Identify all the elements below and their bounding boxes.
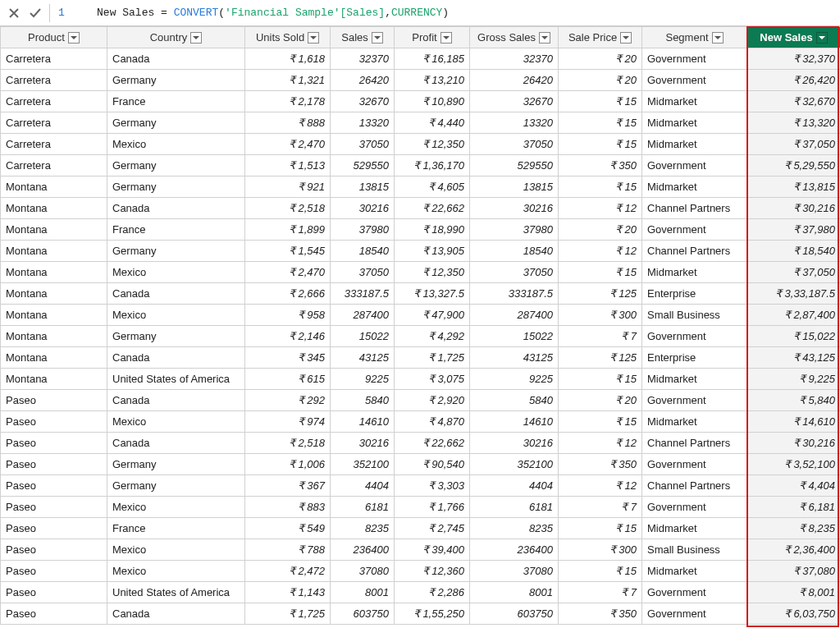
cell-profit[interactable]: ₹ 10,890 [395, 91, 470, 112]
cell-segment[interactable]: Midmarket [642, 561, 747, 582]
cell-new-sales[interactable]: ₹ 3,52,100 [747, 454, 841, 475]
cell-sales[interactable]: 15022 [331, 326, 395, 347]
cell-units-sold[interactable]: ₹ 615 [245, 369, 331, 390]
cell-segment[interactable]: Midmarket [642, 411, 747, 433]
cell-sale-price[interactable]: ₹ 15 [559, 112, 642, 134]
table-row[interactable]: MontanaFrance₹ 1,89937980₹ 18,99037980₹ … [1, 219, 841, 241]
cell-gross-sales[interactable]: 26420 [470, 70, 559, 91]
cell-sale-price[interactable]: ₹ 15 [559, 411, 642, 433]
cell-sale-price[interactable]: ₹ 15 [559, 369, 642, 390]
cell-new-sales[interactable]: ₹ 2,87,400 [747, 305, 841, 326]
cell-segment[interactable]: Midmarket [642, 91, 747, 112]
cell-country[interactable]: Mexico [107, 262, 245, 283]
table-row[interactable]: PaseoMexico₹ 2,47237080₹ 12,36037080₹ 15… [1, 561, 841, 582]
table-row[interactable]: MontanaCanada₹ 2,51830216₹ 22,66230216₹ … [1, 198, 841, 219]
cell-product[interactable]: Montana [1, 198, 107, 219]
cell-sales[interactable]: 8235 [331, 518, 395, 539]
cell-sales[interactable]: 236400 [331, 539, 395, 561]
cell-sale-price[interactable]: ₹ 15 [559, 561, 642, 582]
filter-button-gross-sales[interactable] [539, 32, 550, 44]
cell-sale-price[interactable]: ₹ 350 [559, 155, 642, 176]
cell-product[interactable]: Carretera [1, 48, 107, 70]
cell-units-sold[interactable]: ₹ 958 [245, 305, 331, 326]
cell-units-sold[interactable]: ₹ 1,899 [245, 219, 331, 241]
cell-new-sales[interactable]: ₹ 43,125 [747, 347, 841, 369]
cell-new-sales[interactable]: ₹ 3,33,187.5 [747, 283, 841, 305]
cell-gross-sales[interactable]: 30216 [470, 433, 559, 454]
cell-country[interactable]: Mexico [107, 411, 245, 433]
table-row[interactable]: PaseoMexico₹ 8836181₹ 1,7666181₹ 7Govern… [1, 497, 841, 518]
cell-profit[interactable]: ₹ 3,075 [395, 369, 470, 390]
cell-sale-price[interactable]: ₹ 20 [559, 219, 642, 241]
cell-sale-price[interactable]: ₹ 125 [559, 347, 642, 369]
cell-segment[interactable]: Channel Partners [642, 198, 747, 219]
cell-segment[interactable]: Midmarket [642, 262, 747, 283]
cell-segment[interactable]: Government [642, 48, 747, 70]
cell-country[interactable]: Germany [107, 176, 245, 198]
cell-product[interactable]: Paseo [1, 411, 107, 433]
cell-country[interactable]: Canada [107, 603, 245, 625]
cell-gross-sales[interactable]: 4404 [470, 475, 559, 497]
filter-button-units-sold[interactable] [308, 32, 319, 44]
cell-country[interactable]: Canada [107, 48, 245, 70]
cell-country[interactable]: United States of America [107, 369, 245, 390]
cell-sales[interactable]: 13815 [331, 176, 395, 198]
cell-segment[interactable]: Government [642, 603, 747, 625]
cell-new-sales[interactable]: ₹ 26,420 [747, 70, 841, 91]
table-row[interactable]: MontanaCanada₹ 34543125₹ 1,72543125₹ 125… [1, 347, 841, 369]
cell-sales[interactable]: 43125 [331, 347, 395, 369]
cell-units-sold[interactable]: ₹ 2,178 [245, 91, 331, 112]
cell-segment[interactable]: Government [642, 497, 747, 518]
cell-segment[interactable]: Channel Partners [642, 241, 747, 262]
cell-sales[interactable]: 13320 [331, 112, 395, 134]
cell-gross-sales[interactable]: 529550 [470, 155, 559, 176]
table-row[interactable]: MontanaGermany₹ 92113815₹ 4,60513815₹ 15… [1, 176, 841, 198]
cell-sales[interactable]: 333187.5 [331, 283, 395, 305]
cell-new-sales[interactable]: ₹ 37,980 [747, 219, 841, 241]
cell-new-sales[interactable]: ₹ 5,840 [747, 390, 841, 411]
cell-sales[interactable]: 352100 [331, 454, 395, 475]
cell-country[interactable]: Mexico [107, 305, 245, 326]
table-row[interactable]: MontanaMexico₹ 958287400₹ 47,900287400₹ … [1, 305, 841, 326]
cell-gross-sales[interactable]: 603750 [470, 603, 559, 625]
cell-sales[interactable]: 26420 [331, 70, 395, 91]
table-row[interactable]: PaseoGermany₹ 1,006352100₹ 90,540352100₹… [1, 454, 841, 475]
cell-country[interactable]: France [107, 518, 245, 539]
cell-product[interactable]: Paseo [1, 454, 107, 475]
cell-sales[interactable]: 9225 [331, 369, 395, 390]
cell-profit[interactable]: ₹ 47,900 [395, 305, 470, 326]
cell-sale-price[interactable]: ₹ 350 [559, 454, 642, 475]
cell-units-sold[interactable]: ₹ 1,618 [245, 48, 331, 70]
cell-country[interactable]: Canada [107, 283, 245, 305]
cell-units-sold[interactable]: ₹ 2,666 [245, 283, 331, 305]
cell-units-sold[interactable]: ₹ 549 [245, 518, 331, 539]
cell-new-sales[interactable]: ₹ 37,050 [747, 134, 841, 155]
cell-segment[interactable]: Small Business [642, 305, 747, 326]
cell-segment[interactable]: Government [642, 454, 747, 475]
cell-product[interactable]: Paseo [1, 561, 107, 582]
cell-product[interactable]: Paseo [1, 475, 107, 497]
cell-product[interactable]: Paseo [1, 582, 107, 603]
cell-profit[interactable]: ₹ 3,303 [395, 475, 470, 497]
cell-profit[interactable]: ₹ 18,990 [395, 219, 470, 241]
cell-units-sold[interactable]: ₹ 292 [245, 390, 331, 411]
cell-new-sales[interactable]: ₹ 13,815 [747, 176, 841, 198]
cell-units-sold[interactable]: ₹ 2,472 [245, 561, 331, 582]
cell-product[interactable]: Paseo [1, 497, 107, 518]
table-row[interactable]: CarreteraGermany₹ 1,513529550₹ 1,36,1705… [1, 155, 841, 176]
cell-sale-price[interactable]: ₹ 15 [559, 176, 642, 198]
cell-profit[interactable]: ₹ 1,725 [395, 347, 470, 369]
cell-segment[interactable]: Government [642, 70, 747, 91]
cell-profit[interactable]: ₹ 12,360 [395, 561, 470, 582]
cell-sales[interactable]: 30216 [331, 198, 395, 219]
table-row[interactable]: MontanaMexico₹ 2,47037050₹ 12,35037050₹ … [1, 262, 841, 283]
table-row[interactable]: CarreteraGermany₹ 88813320₹ 4,44013320₹ … [1, 112, 841, 134]
cell-product[interactable]: Carretera [1, 155, 107, 176]
cell-gross-sales[interactable]: 13320 [470, 112, 559, 134]
cell-gross-sales[interactable]: 5840 [470, 390, 559, 411]
cell-product[interactable]: Montana [1, 219, 107, 241]
cell-new-sales[interactable]: ₹ 5,29,550 [747, 155, 841, 176]
cell-units-sold[interactable]: ₹ 1,321 [245, 70, 331, 91]
header-profit[interactable]: Profit [395, 27, 470, 48]
cell-units-sold[interactable]: ₹ 974 [245, 411, 331, 433]
